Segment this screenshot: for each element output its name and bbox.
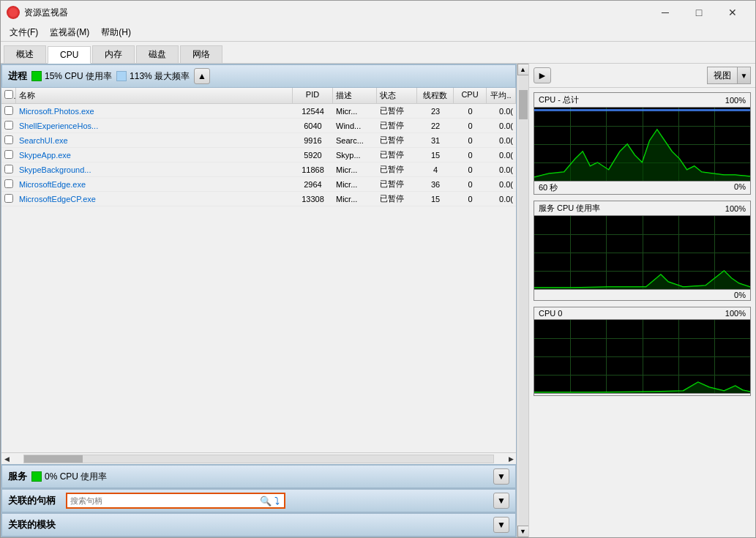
view-arrow[interactable]: ▼: [737, 67, 750, 83]
th-status[interactable]: 状态: [377, 88, 417, 103]
th-avg[interactable]: 平均..: [487, 88, 516, 103]
table-row[interactable]: MicrosoftEdgeCP.exe 13308 Micr... 已暂停 15…: [1, 192, 516, 206]
row-checkbox[interactable]: [1, 163, 16, 176]
process-title: 进程: [8, 70, 27, 83]
chart-cpu-total-percent: 100%: [725, 96, 746, 105]
search-button[interactable]: 🔍: [258, 496, 273, 507]
table-row[interactable]: Microsoft.Photos.exe 12544 Micr... 已暂停 2…: [1, 104, 516, 119]
cpu-badge: 15% CPU 使用率: [31, 70, 112, 83]
h-scroll-right[interactable]: ▶: [506, 455, 516, 463]
row-threads: 15: [417, 193, 454, 205]
row-checkbox[interactable]: [1, 105, 16, 118]
table-row[interactable]: SearchUI.exe 9916 Searc... 已暂停 31 0 0.0(: [1, 133, 516, 148]
process-collapse-btn[interactable]: ▲: [194, 68, 210, 84]
th-name[interactable]: 名称: [16, 88, 293, 103]
modules-header: 关联的模块 ▼: [1, 513, 516, 537]
row-checkbox[interactable]: [1, 119, 16, 132]
row-check[interactable]: [4, 179, 13, 188]
services-collapse-btn[interactable]: ▼: [493, 468, 509, 485]
table-header: 名称 PID 描述 状态 线程数 CPU 平均..: [1, 88, 516, 104]
right-panel: ► 视图 ▼ CPU - 总计 100%: [528, 64, 755, 537]
handles-collapse-btn[interactable]: ▼: [493, 493, 509, 509]
row-status: 已暂停: [377, 177, 417, 191]
table-row[interactable]: MicrosoftEdge.exe 2964 Micr... 已暂停 36 0 …: [1, 177, 516, 192]
row-status: 已暂停: [377, 148, 417, 162]
menu-file[interactable]: 文件(F): [4, 25, 44, 40]
th-pid[interactable]: PID: [293, 88, 333, 103]
handles-header: 关联的句柄 🔍 ⤵ ▼: [1, 489, 516, 512]
handles-search-area: 🔍 ⤵: [60, 493, 489, 509]
tab-cpu[interactable]: CPU: [48, 46, 91, 64]
row-avg: 0.0(: [487, 135, 516, 146]
tab-disk[interactable]: 磁盘: [136, 45, 179, 63]
row-pid: 12544: [293, 105, 333, 117]
chart-service-cpu-header: 服务 CPU 使用率 100%: [534, 201, 750, 216]
row-checkbox[interactable]: [1, 134, 16, 147]
row-check[interactable]: [4, 165, 13, 173]
select-all-checkbox[interactable]: [4, 90, 13, 99]
minimize-button[interactable]: ─: [648, 1, 682, 24]
h-scroll-left[interactable]: ◀: [1, 455, 12, 463]
view-dropdown[interactable]: 视图 ▼: [707, 67, 751, 84]
v-scroll-track[interactable]: [518, 75, 528, 526]
row-check[interactable]: [4, 194, 13, 203]
row-checkbox[interactable]: [1, 193, 16, 206]
tab-overview[interactable]: 概述: [4, 45, 46, 63]
services-cpu-label: 0% CPU 使用率: [45, 471, 107, 483]
tab-network[interactable]: 网络: [180, 45, 222, 63]
row-checkbox[interactable]: [1, 149, 16, 162]
th-threads[interactable]: 线程数: [417, 88, 454, 103]
h-scrollbar[interactable]: ◀ ▶: [1, 452, 516, 464]
table-row[interactable]: SkypeBackground... 11868 Micr... 已暂停 4 0…: [1, 162, 516, 177]
h-scroll-track[interactable]: [23, 455, 494, 463]
right-toolbar: ► 视图 ▼: [529, 64, 755, 88]
window-title: 资源监视器: [24, 7, 648, 19]
search-input[interactable]: [70, 496, 258, 505]
handles-section: 关联的句柄 🔍 ⤵ ▼: [1, 489, 517, 513]
row-avg: 0.0(: [487, 149, 516, 161]
table-row[interactable]: ShellExperienceHos... 6040 Wind... 已暂停 2…: [1, 119, 516, 133]
chart-cpu0-body: [534, 320, 750, 393]
title-bar: 资源监视器 ─ □ ✕: [1, 1, 755, 24]
row-check[interactable]: [4, 106, 13, 115]
row-threads: 36: [417, 179, 454, 190]
row-pid: 9916: [293, 135, 333, 146]
chart-cpu-total-title: CPU - 总计: [539, 94, 579, 105]
row-checkbox[interactable]: [1, 178, 16, 191]
th-desc[interactable]: 描述: [333, 88, 377, 103]
menu-help[interactable]: 帮助(H): [95, 25, 137, 40]
row-check[interactable]: [4, 121, 13, 130]
row-status: 已暂停: [377, 133, 417, 147]
v-scroll-thumb[interactable]: [519, 90, 528, 119]
th-checkbox[interactable]: [1, 88, 16, 103]
menu-bar: 文件(F) 监视器(M) 帮助(H): [1, 24, 755, 42]
row-status: 已暂停: [377, 192, 417, 206]
th-cpu[interactable]: CPU: [454, 88, 487, 103]
close-button[interactable]: ✕: [716, 1, 749, 24]
process-table-body[interactable]: Microsoft.Photos.exe 12544 Micr... 已暂停 2…: [1, 104, 516, 452]
row-name: Microsoft.Photos.exe: [16, 105, 293, 117]
row-check[interactable]: [4, 135, 13, 144]
search-box[interactable]: 🔍 ⤵: [66, 493, 285, 509]
row-pid: 6040: [293, 120, 333, 132]
h-scroll-thumb[interactable]: [24, 455, 83, 463]
chart-cpu-total-header: CPU - 总计 100%: [534, 93, 750, 108]
row-check[interactable]: [4, 150, 13, 159]
v-scrollbar[interactable]: ▲ ▼: [517, 64, 528, 537]
table-row[interactable]: SkypeApp.exe 5920 Skyp... 已暂停 15 0 0.0(: [1, 148, 516, 162]
chart-cpu-total: CPU - 总计 100%: [534, 92, 751, 195]
maximize-button[interactable]: □: [682, 1, 716, 24]
row-threads: 23: [417, 105, 454, 117]
menu-monitor[interactable]: 监视器(M): [44, 25, 95, 40]
process-section: 进程 15% CPU 使用率 113% 最大频率 ▲: [1, 64, 517, 465]
row-desc: Skyp...: [333, 149, 377, 161]
tab-memory[interactable]: 内存: [92, 45, 135, 63]
v-scroll-up[interactable]: ▲: [517, 64, 529, 75]
freq-indicator-blue: [116, 71, 127, 81]
search-refresh-button[interactable]: ⤵: [273, 495, 281, 507]
right-nav-btn[interactable]: ►: [534, 67, 551, 83]
modules-collapse-btn[interactable]: ▼: [493, 517, 509, 533]
v-scroll-down[interactable]: ▼: [517, 526, 529, 537]
services-cpu-indicator: [31, 471, 42, 482]
chart-service-value: 0%: [734, 291, 746, 299]
